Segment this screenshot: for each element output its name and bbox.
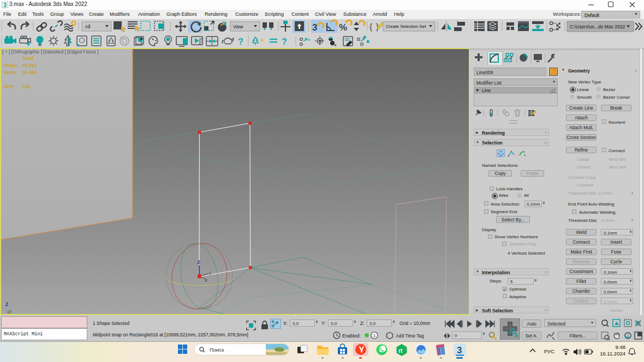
svg-text:?: ? xyxy=(282,37,287,46)
svg-text:10 351: 10 351 xyxy=(22,63,37,68)
svg-text:129: 129 xyxy=(22,84,30,89)
svg-text:{: { xyxy=(369,22,372,31)
svg-text:rt: rt xyxy=(398,348,403,354)
svg-text:3: 3 xyxy=(457,345,462,355)
svg-text:FPS:: FPS: xyxy=(3,84,15,89)
svg-text:10 486: 10 486 xyxy=(22,70,37,75)
svg-text:Z: Z xyxy=(5,301,9,307)
svg-text:x: x xyxy=(7,310,10,315)
svg-text:Verts:: Verts: xyxy=(3,70,17,75)
svg-text:C:\Users\us...ds Max 2022: C:\Users\us...ds Max 2022 xyxy=(570,24,625,29)
svg-text:Z: Z xyxy=(198,260,201,265)
svg-text:y: y xyxy=(9,309,12,313)
svg-text:Polys:: Polys: xyxy=(3,63,18,68)
svg-text:1: 1 xyxy=(373,333,375,338)
svg-text:Create Selection Set: Create Selection Set xyxy=(386,24,426,29)
svg-text:Y: Y xyxy=(208,272,212,276)
svg-text:Add Time Tag: Add Time Tag xyxy=(396,333,424,339)
svg-text:X: X xyxy=(205,278,208,283)
svg-text:?: ? xyxy=(238,37,243,46)
svg-text:%: % xyxy=(339,22,347,33)
svg-text:Total: Total xyxy=(22,56,33,61)
svg-text:View: View xyxy=(233,24,243,29)
svg-text:3: 3 xyxy=(312,22,317,33)
svg-text:[ + ] [Orthographic ] [Stand: [ + ] [Orthographic ] [Standard ] [Edged… xyxy=(2,49,98,55)
svg-text:Enabled:: Enabled: xyxy=(342,333,361,339)
svg-text:All: All xyxy=(85,24,91,29)
svg-text:3: 3 xyxy=(3,2,7,8)
